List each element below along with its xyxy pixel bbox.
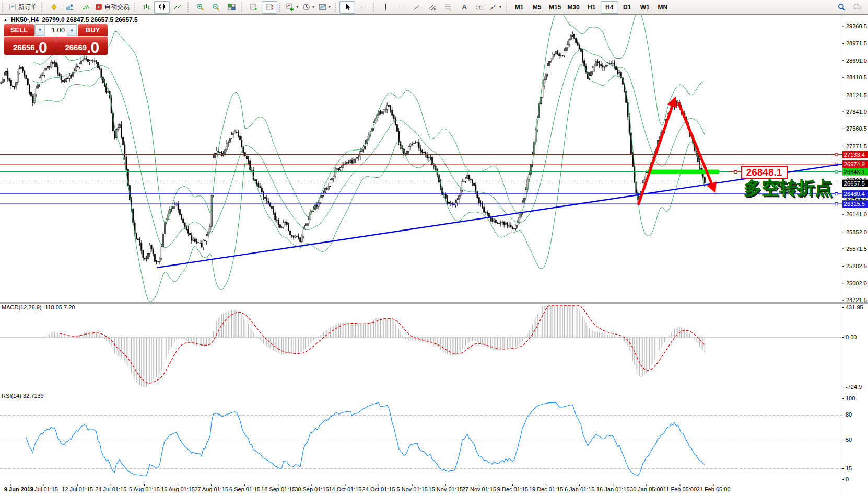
price-tick-label: 25852.0: [846, 229, 867, 235]
chat-button[interactable]: [849, 1, 865, 14]
chart-canvas[interactable]: 29260.528971.528691.028410.528121.527841…: [0, 0, 868, 495]
time-tick-label: 16 Jan 01:15: [596, 486, 630, 492]
time-tick-label: 9 Dec 01:15: [497, 486, 528, 492]
market-button[interactable]: [46, 1, 62, 14]
volume-up-button[interactable]: ▲: [67, 25, 77, 36]
horizontal-line-button[interactable]: [393, 1, 409, 14]
profile-button[interactable]: [62, 1, 77, 14]
timeframe-h4-button[interactable]: H4: [601, 1, 618, 14]
bar-chart-button[interactable]: [138, 1, 154, 14]
toolbar-grip[interactable]: [41, 3, 44, 12]
timeframe-w1-button[interactable]: W1: [636, 1, 654, 14]
chat-icon: [853, 3, 861, 11]
dropdown-caret-icon[interactable]: ▾: [499, 5, 501, 9]
volume-down-button[interactable]: ▼: [35, 25, 45, 36]
fibonacci-button[interactable]: F: [440, 1, 456, 14]
collapse-panel-icon[interactable]: ▲: [3, 17, 8, 22]
text-button[interactable]: A: [456, 1, 472, 14]
price-tick-label: 27841.0: [846, 109, 867, 115]
toolbar-grip[interactable]: [373, 3, 376, 12]
svg-text:-724.9: -724.9: [846, 384, 862, 390]
price-tick-label: 25282.5: [846, 263, 867, 269]
templates-button[interactable]: ▾: [316, 1, 333, 14]
price-tick-label: 25002.0: [846, 280, 867, 286]
new-order-button[interactable]: 新订单: [7, 1, 39, 14]
timeframe-m30-button[interactable]: M30: [564, 1, 582, 14]
dropdown-caret-icon[interactable]: ▾: [296, 5, 298, 9]
toolbar-grip[interactable]: [335, 3, 338, 12]
line-anchor-handle: [835, 153, 838, 156]
zoom-in-icon: [196, 3, 204, 11]
svg-text:15: 15: [846, 465, 852, 471]
autotrading-icon: [95, 3, 103, 11]
toolbar-grip[interactable]: [279, 3, 283, 12]
search-icon: [838, 3, 846, 11]
price-tick-label: 27560.5: [846, 125, 867, 132]
crosshair-icon: [359, 3, 367, 11]
toolbar-grip[interactable]: [187, 3, 191, 12]
market-icon: [50, 3, 58, 11]
sell-price: 26656: [13, 41, 35, 54]
time-tick-label: 19 Dec 01:15: [529, 486, 563, 492]
vertical-line-icon: [382, 3, 390, 11]
timeframe-m1-label: M1: [515, 4, 524, 11]
volume-input[interactable]: [45, 25, 67, 36]
text-label-button[interactable]: T: [472, 1, 487, 14]
svg-text:80: 80: [846, 411, 852, 418]
toolbar-grip[interactable]: [134, 3, 137, 12]
search-button[interactable]: [834, 1, 849, 14]
zoom-out-button[interactable]: [208, 1, 224, 14]
timeframe-mn-button[interactable]: MN: [654, 1, 672, 14]
toolbar-grip[interactable]: [241, 3, 244, 12]
new-order-label: 新订单: [18, 3, 37, 11]
timeframe-m1-button[interactable]: M1: [510, 1, 528, 14]
timeframe-m5-button[interactable]: M5: [528, 1, 546, 14]
time-tick-label: 2 Jul 01:15: [30, 486, 58, 492]
time-tick-label: 30 Sep 01:15: [295, 486, 329, 492]
line-chart-icon: [174, 3, 182, 11]
time-tick-label: 24 Jul 01:15: [95, 486, 126, 492]
price-level-badge-text: 26657.5: [844, 180, 865, 187]
chart-shift-button[interactable]: [262, 1, 277, 14]
time-tick-label: 30 Jan 05:00: [630, 486, 663, 492]
fibonacci-icon: F: [444, 3, 452, 11]
vertical-line-button[interactable]: [378, 1, 393, 14]
dropdown-caret-icon[interactable]: ▾: [312, 5, 314, 9]
buy-price-button[interactable]: 26669.0: [56, 37, 108, 55]
line-chart-button[interactable]: [170, 1, 185, 14]
autotrading-button[interactable]: 自动交易: [93, 1, 132, 14]
equidistant-channel-button[interactable]: E: [425, 1, 440, 14]
cursor-button[interactable]: [339, 1, 355, 14]
timeframe-d1-label: D1: [623, 4, 631, 11]
tile-windows-button[interactable]: [224, 1, 239, 14]
timeframe-m15-button[interactable]: M15: [546, 1, 564, 14]
indicators-button[interactable]: ▾: [284, 1, 300, 14]
sell-price-button[interactable]: 26656.0: [4, 37, 56, 55]
zoom-out-icon: [212, 3, 220, 11]
toolbar-grip[interactable]: [506, 3, 509, 12]
turning-point-note[interactable]: 多空转折点多空转折点: [744, 178, 834, 199]
crosshair-button[interactable]: [355, 1, 371, 14]
buy-button[interactable]: BUY: [78, 24, 108, 36]
periods-icon: [302, 3, 310, 11]
timeframe-d1-button[interactable]: D1: [618, 1, 636, 14]
sell-button[interactable]: SELL: [4, 24, 34, 36]
timeframe-m30-label: M30: [567, 4, 579, 11]
timeframe-h1-button[interactable]: H1: [583, 1, 601, 14]
horizontal-line-icon: [397, 3, 405, 11]
new-order-icon: [9, 3, 17, 11]
text-label-icon: T: [476, 3, 484, 11]
toolbar-grip[interactable]: [2, 3, 5, 12]
line-anchor-handle: [835, 203, 838, 205]
time-tick-label: 6 Jan 01:15: [565, 486, 595, 492]
periods-button[interactable]: ▾: [300, 1, 316, 14]
signals-button[interactable]: [77, 1, 93, 14]
auto-scroll-button[interactable]: [246, 1, 262, 14]
dropdown-caret-icon[interactable]: ▾: [329, 5, 331, 9]
arrows-button[interactable]: ▾: [487, 1, 503, 14]
candle-chart-button[interactable]: [154, 1, 170, 14]
price-tick-label: 29260.5: [846, 23, 867, 29]
trend-line-button[interactable]: [409, 1, 425, 14]
autotrading-label: 自动交易: [104, 3, 130, 11]
zoom-in-button[interactable]: [192, 1, 208, 14]
